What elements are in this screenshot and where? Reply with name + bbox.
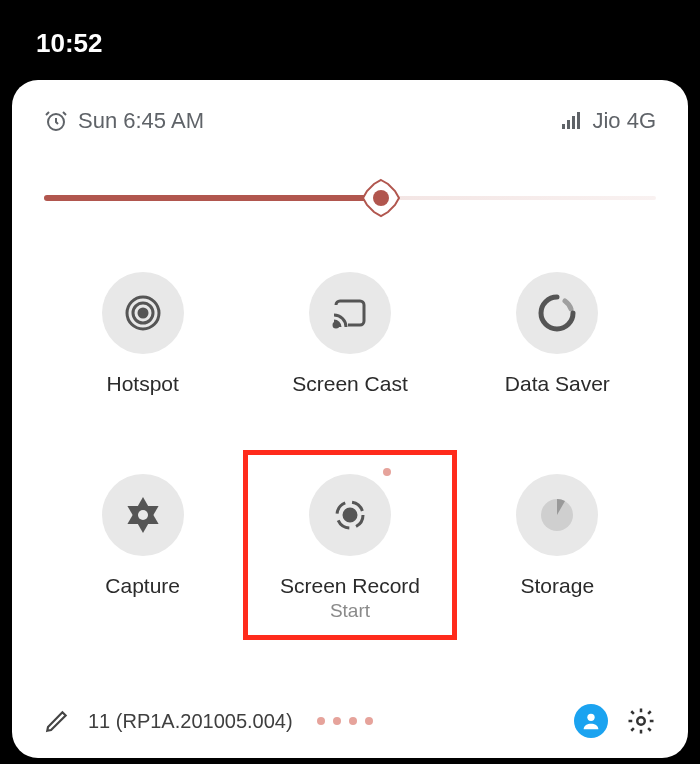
build-version-label: 11 (RP1A.201005.004): [88, 710, 293, 733]
quick-settings-panel: Sun 6:45 AM Jio 4G: [12, 80, 688, 758]
tiles-grid: Hotspot Screen Cast Data Saver: [44, 272, 656, 622]
tile-label: Data Saver: [505, 372, 610, 396]
settings-button[interactable]: [626, 706, 656, 736]
dot-icon: [349, 717, 357, 725]
svg-rect-2: [567, 120, 570, 129]
tile-screen-record[interactable]: Screen Record Start: [251, 474, 448, 622]
aperture-icon: [102, 474, 184, 556]
tile-storage[interactable]: Storage: [459, 474, 656, 622]
network-indicator: Jio 4G: [560, 108, 656, 134]
tile-label: Storage: [521, 574, 595, 598]
tile-label: Screen Record: [280, 574, 420, 598]
dot-icon: [365, 717, 373, 725]
notification-dot-icon: [383, 468, 391, 476]
brightness-slider[interactable]: [44, 178, 656, 218]
data-saver-icon: [516, 272, 598, 354]
panel-header: Sun 6:45 AM Jio 4G: [44, 108, 656, 134]
tile-label: Screen Cast: [292, 372, 408, 396]
svg-point-16: [637, 717, 645, 725]
svg-point-10: [334, 323, 338, 327]
svg-point-7: [139, 309, 147, 317]
svg-rect-1: [562, 124, 565, 129]
dot-icon: [317, 717, 325, 725]
record-icon: [309, 474, 391, 556]
tile-hotspot[interactable]: Hotspot: [44, 272, 241, 396]
cast-icon: [309, 272, 391, 354]
svg-point-6: [373, 190, 389, 206]
tile-capture[interactable]: Capture: [44, 474, 241, 622]
slider-progress: [44, 195, 381, 201]
status-time: 10:52: [36, 28, 103, 59]
svg-rect-4: [577, 112, 580, 129]
alarm-clock-icon: [44, 109, 68, 133]
svg-point-12: [344, 509, 356, 521]
alarm-indicator[interactable]: Sun 6:45 AM: [44, 108, 204, 134]
carrier-label: Jio 4G: [592, 108, 656, 134]
tile-sublabel: Start: [330, 600, 370, 622]
tile-label: Hotspot: [106, 372, 178, 396]
user-avatar-button[interactable]: [574, 704, 608, 738]
signal-bars-icon: [560, 110, 582, 132]
svg-point-11: [138, 510, 148, 520]
hotspot-icon: [102, 272, 184, 354]
brightness-sun-icon[interactable]: [361, 178, 401, 218]
tile-label: Capture: [105, 574, 180, 598]
storage-gauge-icon: [516, 474, 598, 556]
page-indicator[interactable]: [317, 717, 373, 725]
tile-screen-cast[interactable]: Screen Cast: [251, 272, 448, 396]
alarm-time-label: Sun 6:45 AM: [78, 108, 204, 134]
tile-data-saver[interactable]: Data Saver: [459, 272, 656, 396]
edit-tiles-button[interactable]: [44, 708, 70, 734]
dot-icon: [333, 717, 341, 725]
panel-footer: 11 (RP1A.201005.004): [44, 674, 656, 738]
svg-rect-3: [572, 116, 575, 129]
svg-point-15: [587, 714, 594, 721]
